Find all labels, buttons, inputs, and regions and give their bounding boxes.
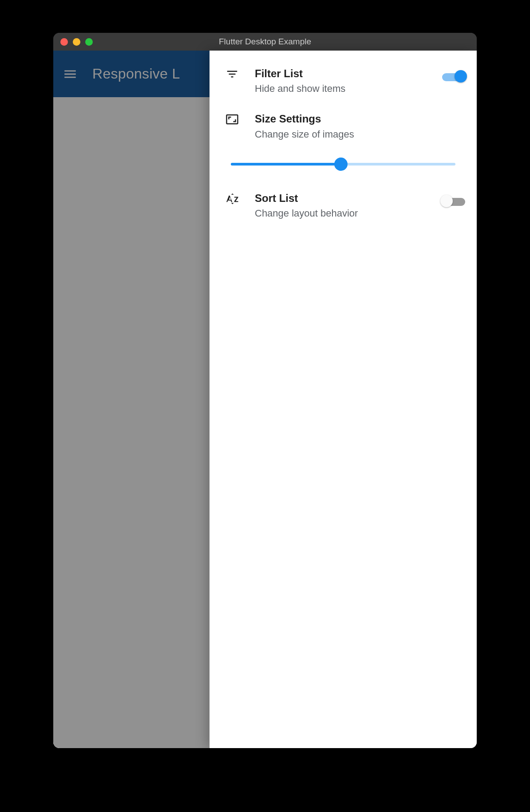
setting-title: Size Settings xyxy=(255,112,467,126)
filter-icon xyxy=(219,67,245,81)
settings-drawer: Filter List Hide and show items Size Set… xyxy=(210,51,477,748)
filter-toggle[interactable] xyxy=(440,69,467,83)
aspect-ratio-icon xyxy=(219,112,245,126)
sort-toggle[interactable] xyxy=(440,194,467,208)
maximize-window-button[interactable] xyxy=(85,38,93,46)
window-titlebar: Flutter Desktop Example xyxy=(53,33,477,51)
slider-thumb[interactable] xyxy=(334,158,348,171)
setting-filter-list[interactable]: Filter List Hide and show items xyxy=(210,59,477,104)
size-slider-row xyxy=(210,150,477,183)
app-body: Responsive L Filter List Hide and show i… xyxy=(53,51,477,748)
setting-text: Filter List Hide and show items xyxy=(245,67,436,96)
window-controls xyxy=(53,38,93,46)
setting-sort-list[interactable]: Sort List Change layout behavior xyxy=(210,183,477,229)
minimize-window-button[interactable] xyxy=(73,38,80,46)
app-window: Flutter Desktop Example Responsive L xyxy=(53,33,477,748)
slider-track-active xyxy=(231,163,341,166)
size-slider[interactable] xyxy=(231,158,455,171)
setting-size-settings[interactable]: Size Settings Change size of images xyxy=(210,104,477,149)
setting-title: Filter List xyxy=(255,67,436,81)
setting-text: Size Settings Change size of images xyxy=(245,112,467,141)
close-window-button[interactable] xyxy=(60,38,68,46)
window-title: Flutter Desktop Example xyxy=(53,37,477,47)
setting-subtitle: Change layout behavior xyxy=(255,206,436,221)
setting-text: Sort List Change layout behavior xyxy=(245,191,436,221)
setting-subtitle: Change size of images xyxy=(255,127,467,142)
sort-alpha-icon xyxy=(219,191,245,205)
setting-title: Sort List xyxy=(255,191,436,205)
setting-subtitle: Hide and show items xyxy=(255,82,436,96)
